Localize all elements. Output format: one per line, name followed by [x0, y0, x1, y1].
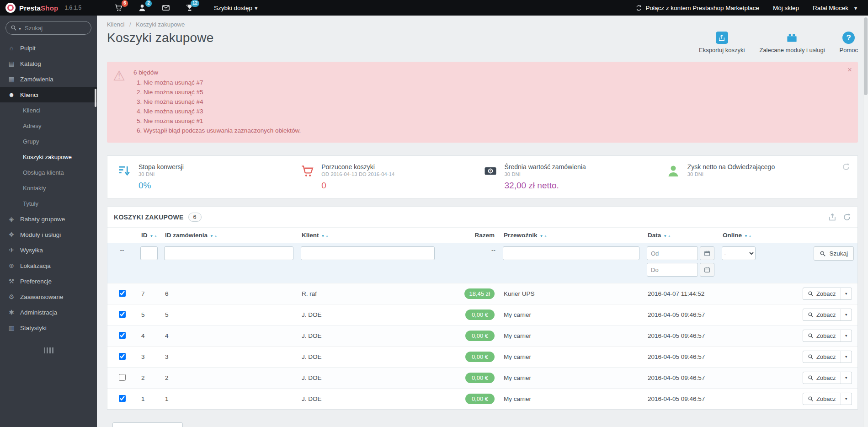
user-menu[interactable]: Rafał Młocek [813, 5, 857, 11]
marketplace-link[interactable]: Połącz z kontem Prestashop Marketplace [635, 5, 759, 11]
menu-icon: ⚒ [7, 278, 16, 285]
view-dropdown-caret[interactable] [841, 309, 852, 320]
filter-online-select[interactable]: - [722, 246, 756, 260]
view-button[interactable]: Zobacz [803, 309, 852, 321]
sort-icons[interactable] [540, 232, 548, 239]
row-checkbox[interactable] [119, 311, 126, 318]
sort-asc-icon[interactable] [543, 232, 547, 239]
no-filter-dash: -- [491, 246, 495, 253]
view-button[interactable]: Zobacz [803, 393, 852, 405]
sort-desc-icon[interactable] [663, 232, 667, 239]
sidebar-menu-item[interactable]: ⌂ Pulpit [0, 40, 97, 56]
sort-asc-icon[interactable] [325, 232, 329, 239]
filter-date-from-input[interactable] [647, 246, 698, 260]
sort-asc-icon[interactable] [667, 232, 671, 239]
view-button[interactable]: Zobacz [803, 330, 852, 342]
sort-icons[interactable] [321, 232, 329, 239]
export-icon[interactable] [828, 213, 836, 221]
sidebar-menu-item[interactable]: ✈ Wysyłka [0, 242, 97, 258]
search-button[interactable]: Szukaj [814, 246, 854, 261]
row-checkbox[interactable] [119, 374, 126, 381]
column-header-date[interactable]: Data [643, 228, 718, 243]
sidebar-menu-item[interactable]: Grupy [0, 133, 97, 149]
quick-access-menu[interactable]: Szybki dostęp [214, 5, 257, 11]
sidebar-menu-item[interactable]: ⚙ Zaawansowane [0, 289, 97, 304]
orders-notifications-button[interactable]: 6 [114, 3, 123, 12]
sidebar-menu-item[interactable]: ☻ Klienci [0, 87, 97, 102]
sort-asc-icon[interactable] [748, 232, 752, 239]
sidebar-menu-item[interactable]: ▥ Statystyki [0, 320, 97, 336]
sort-icons[interactable] [663, 232, 671, 239]
column-header-carrier[interactable]: Przewoźnik [499, 228, 643, 243]
filter-carrier-input[interactable] [503, 246, 639, 260]
badges-notifications-button[interactable]: 12 [186, 3, 195, 12]
sidebar-collapse-control[interactable] [0, 347, 97, 353]
scrollbar-thumb[interactable] [864, 17, 868, 95]
sidebar-menu-item[interactable]: Tytuły [0, 196, 97, 211]
sort-desc-icon[interactable] [150, 232, 154, 239]
view-button[interactable]: Zobacz [803, 351, 852, 363]
row-checkbox[interactable] [119, 353, 126, 360]
column-header-id[interactable]: ID [137, 228, 160, 243]
row-checkbox[interactable] [119, 332, 126, 339]
sidebar-menu-item[interactable]: ✱ Administracja [0, 304, 97, 320]
sidebar-menu-item[interactable]: ▦ Zamówienia [0, 71, 97, 87]
row-checkbox[interactable] [119, 290, 126, 297]
view-button[interactable]: Zobacz [803, 372, 852, 384]
view-dropdown-caret[interactable] [841, 372, 852, 384]
filter-date-to-input[interactable] [647, 263, 698, 277]
refresh-icon[interactable] [843, 213, 851, 221]
sidebar-menu-item[interactable]: ◈ Rabaty grupowe [0, 211, 97, 227]
sidebar-menu-item[interactable]: Kontakty [0, 180, 97, 196]
search-scope-caret-icon[interactable] [19, 24, 21, 32]
view-dropdown-caret[interactable] [841, 393, 852, 405]
sidebar-scrollbar-thumb[interactable] [95, 89, 96, 107]
sort-icons[interactable] [210, 232, 218, 239]
row-checkbox[interactable] [119, 395, 126, 402]
column-header-checkbox [107, 228, 137, 243]
sidebar-menu-item[interactable]: ⚒ Preferencje [0, 273, 97, 289]
calendar-button[interactable] [700, 246, 714, 260]
sort-icons[interactable] [744, 232, 752, 239]
column-header-order-id[interactable]: ID zamówienia [160, 228, 297, 243]
sidebar-menu-item[interactable]: ⊕ Lokalizacja [0, 258, 97, 273]
view-dropdown-caret[interactable] [841, 288, 852, 299]
column-header-customer[interactable]: Klient [297, 228, 438, 243]
sidebar-menu-item[interactable]: Obsługa klienta [0, 165, 97, 180]
customers-notifications-button[interactable]: 2 [138, 3, 147, 12]
sort-desc-icon[interactable] [210, 232, 213, 239]
sort-asc-icon[interactable] [214, 232, 218, 239]
filter-order-id-input[interactable] [164, 246, 293, 260]
bulk-actions-button[interactable]: Działania masowe [112, 422, 183, 427]
svg-text:€: € [489, 169, 491, 173]
kpi-panel: Stopa konwersji 30 DNI 0% Porzucone kosz… [107, 155, 858, 198]
sidebar-menu-item[interactable]: ❖ Moduły i usługi [0, 227, 97, 242]
sort-desc-icon[interactable] [744, 232, 748, 239]
sidebar-search-input[interactable] [25, 25, 86, 32]
sort-asc-icon[interactable] [154, 232, 157, 239]
prestashop-brand[interactable]: PrestaShop 1.6.1.5 [5, 3, 81, 13]
sidebar-menu-item[interactable]: ▤ Katalog [0, 56, 97, 71]
sort-desc-icon[interactable] [540, 232, 543, 239]
sort-icons[interactable] [150, 232, 158, 239]
my-shop-link[interactable]: Mój sklep [773, 5, 799, 11]
filter-customer-input[interactable] [301, 246, 435, 260]
recommended-modules-button[interactable]: Zalecane moduły i usługi [759, 32, 825, 53]
view-button[interactable]: Zobacz [803, 288, 852, 300]
sort-desc-icon[interactable] [321, 232, 325, 239]
sidebar-menu-item[interactable]: Adresy [0, 118, 97, 133]
column-header-online[interactable]: Online [718, 228, 764, 243]
sidebar-menu-item[interactable]: Koszyki zakupowe [0, 149, 97, 165]
messages-notifications-button[interactable] [162, 3, 171, 12]
filter-id-input[interactable] [140, 246, 158, 260]
refresh-icon[interactable] [842, 162, 850, 171]
view-dropdown-caret[interactable] [841, 351, 852, 363]
export-carts-button[interactable]: Eksportuj koszyki [699, 32, 745, 53]
sidebar-menu-item[interactable]: Klienci [0, 102, 97, 118]
calendar-button[interactable] [700, 263, 714, 277]
view-dropdown-caret[interactable] [841, 330, 852, 342]
close-icon[interactable] [847, 65, 852, 74]
prestashop-logo-icon [5, 3, 16, 13]
help-button[interactable]: Pomoc [840, 32, 858, 53]
breadcrumb-parent[interactable]: Klienci [107, 21, 124, 28]
